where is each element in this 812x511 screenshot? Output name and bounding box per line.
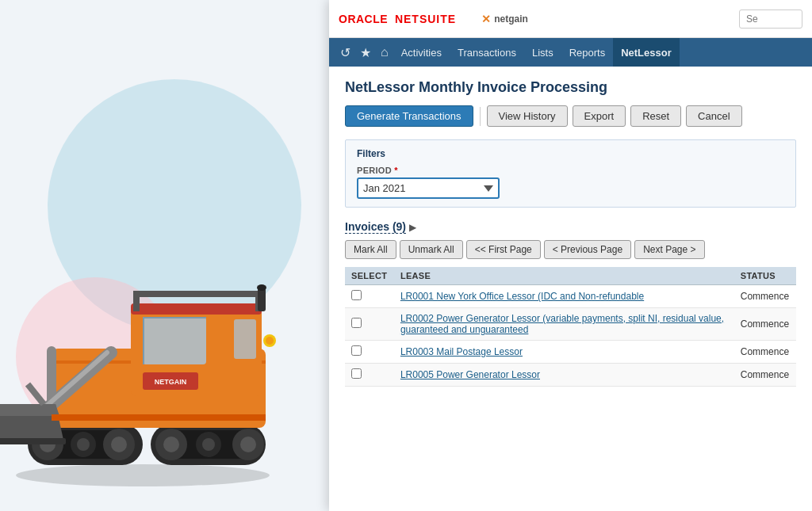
filters-section: Filters PERIOD * Jan 2021 Feb 2021 Mar 2…: [345, 139, 796, 208]
svg-point-8: [111, 437, 127, 452]
svg-text:NETGAIN: NETGAIN: [155, 378, 187, 386]
svg-rect-27: [133, 291, 262, 297]
invoices-arrow-icon: ▶: [409, 222, 416, 233]
unmark-all-button[interactable]: Unmark All: [400, 240, 463, 259]
oracle-logo: ORACLE NETSUITE: [339, 13, 456, 25]
svg-line-34: [28, 384, 44, 404]
svg-point-0: [16, 464, 270, 486]
generate-transactions-button[interactable]: Generate Transactions: [345, 105, 473, 127]
page-content: NetLessor Monthly Invoice Processing Gen…: [329, 67, 812, 511]
table-row: LR0003 Mail Postage Lessor Commence: [345, 341, 796, 364]
row-4-lease-link[interactable]: LR0005 Power Generator Lessor: [400, 369, 540, 380]
row-4-checkbox[interactable]: [351, 368, 362, 379]
row-4-select: [345, 364, 394, 387]
row-2-checkbox[interactable]: [351, 318, 362, 328]
col-select: SELECT: [345, 267, 394, 285]
svg-point-10: [163, 437, 179, 452]
nav-bar: ↺ ★ ⌂ Activities Transactions Lists Repo…: [329, 38, 812, 67]
netgain-icon: ✕: [481, 13, 491, 25]
prev-page-button[interactable]: < Previous Page: [544, 240, 631, 259]
invoices-table: SELECT LEASE STATUS LR0001 New York Offi…: [345, 267, 796, 387]
row-4-status: Commence: [734, 364, 796, 387]
nav-reports[interactable]: Reports: [561, 38, 614, 67]
filters-title: Filters: [357, 148, 784, 159]
row-2-status: Commence: [734, 308, 796, 341]
button-separator: [480, 107, 481, 126]
oracle-text: ORACLE: [339, 13, 388, 25]
row-2-select: [345, 308, 394, 341]
svg-rect-21: [143, 317, 206, 364]
period-select[interactable]: Jan 2021 Feb 2021 Mar 2021 Dec 2020: [357, 177, 500, 199]
first-page-button[interactable]: << First Page: [466, 240, 541, 259]
reset-button[interactable]: Reset: [630, 105, 681, 127]
next-page-button[interactable]: Next Page >: [634, 240, 704, 259]
netgain-logo: ✕ netgain: [481, 13, 528, 25]
netsuite-text: NETSUITE: [395, 13, 456, 25]
svg-rect-23: [143, 317, 144, 364]
row-3-lease-link[interactable]: LR0003 Mail Postage Lessor: [400, 346, 523, 357]
invoices-title: Invoices (9): [345, 220, 406, 234]
svg-rect-20: [131, 303, 262, 315]
row-1-status: Commence: [734, 285, 796, 308]
history-icon[interactable]: ↺: [340, 45, 350, 60]
row-3-lease: LR0003 Mail Postage Lessor: [394, 341, 734, 364]
export-button[interactable]: Export: [573, 105, 626, 127]
top-bar: ORACLE NETSUITE ✕ netgain: [329, 0, 812, 38]
row-1-checkbox[interactable]: [351, 290, 362, 300]
loader-image: NETGAIN: [0, 194, 317, 495]
page-title: NetLessor Monthly Invoice Processing: [345, 79, 796, 96]
mark-all-button[interactable]: Mark All: [345, 240, 396, 259]
row-1-lease: LR0001 New York Office Lessor (IDC and N…: [394, 285, 734, 308]
view-history-button[interactable]: View History: [487, 105, 568, 127]
svg-rect-22: [143, 317, 206, 318]
col-status: STATUS: [734, 267, 796, 285]
table-row: LR0002 Power Generator Lessor (variable …: [345, 308, 796, 341]
row-1-select: [345, 285, 394, 308]
row-1-lease-link[interactable]: LR0001 New York Office Lessor (IDC and N…: [400, 291, 644, 302]
row-3-select: [345, 341, 394, 364]
svg-rect-35: [258, 288, 266, 311]
table-header-row: SELECT LEASE STATUS: [345, 267, 796, 285]
col-lease: LEASE: [394, 267, 734, 285]
nav-activities[interactable]: Activities: [393, 38, 450, 67]
period-filter-field: PERIOD * Jan 2021 Feb 2021 Mar 2021 Dec …: [357, 166, 784, 199]
row-4-lease: LR0005 Power Generator Lessor: [394, 364, 734, 387]
svg-point-14: [77, 438, 90, 451]
invoices-header: Invoices (9) ▶: [345, 220, 796, 234]
search-input[interactable]: [739, 10, 802, 29]
svg-point-36: [257, 284, 266, 291]
nav-netlessor[interactable]: NetLessor: [613, 38, 680, 67]
row-2-lease: LR0002 Power Generator Lessor (variable …: [394, 308, 734, 341]
svg-rect-33: [0, 438, 66, 444]
nav-lists[interactable]: Lists: [524, 38, 561, 67]
row-3-status: Commence: [734, 341, 796, 364]
star-icon[interactable]: ★: [360, 45, 371, 60]
netgain-label: netgain: [494, 13, 528, 25]
required-indicator: *: [394, 166, 398, 175]
table-row: LR0005 Power Generator Lessor Commence: [345, 364, 796, 387]
nav-transactions[interactable]: Transactions: [450, 38, 524, 67]
cancel-button[interactable]: Cancel: [686, 105, 741, 127]
svg-point-41: [266, 337, 274, 345]
row-2-lease-link[interactable]: LR0002 Power Generator Lessor (variable …: [400, 313, 724, 335]
background-illustration: NETGAIN: [0, 0, 333, 511]
svg-marker-32: [0, 404, 59, 416]
svg-point-12: [240, 437, 256, 452]
home-icon[interactable]: ⌂: [381, 45, 389, 59]
main-panel: ORACLE NETSUITE ✕ netgain ↺ ★ ⌂ Activiti…: [329, 0, 812, 511]
action-buttons: Generate Transactions View History Expor…: [345, 105, 796, 127]
svg-point-16: [202, 438, 215, 451]
table-row: LR0001 New York Office Lessor (IDC and N…: [345, 285, 796, 308]
svg-rect-39: [52, 414, 266, 421]
pagination-buttons: Mark All Unmark All << First Page < Prev…: [345, 240, 796, 259]
period-label: PERIOD *: [357, 166, 784, 175]
svg-rect-24: [234, 319, 256, 359]
invoices-section: Invoices (9) ▶ Mark All Unmark All << Fi…: [345, 220, 796, 387]
svg-rect-25: [133, 296, 140, 311]
row-3-checkbox[interactable]: [351, 345, 362, 356]
